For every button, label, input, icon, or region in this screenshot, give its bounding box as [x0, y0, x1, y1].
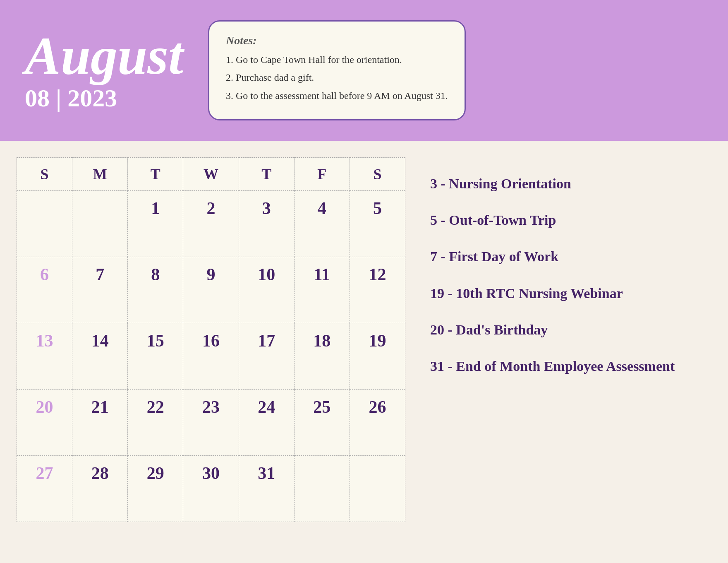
- col-fri: F: [294, 158, 350, 191]
- calendar-week-3: 20212223242526: [17, 390, 405, 456]
- note-item-3: 3. Go to the assessment hall before 9 AM…: [226, 89, 448, 103]
- col-thu: T: [239, 158, 294, 191]
- calendar-week-0: 12345: [17, 191, 405, 257]
- event-item-5: 31 - End of Month Employee Assessment: [430, 348, 687, 385]
- date-sub-label: 08 | 2023: [25, 84, 183, 113]
- event-item-2: 7 - First Day of Work: [430, 238, 687, 275]
- calendar-cell-w0d6: 5: [350, 191, 405, 257]
- calendar-wrapper: S M T W T F S 12345678910111213141516171…: [17, 157, 405, 546]
- calendar-cell-w1d6: 12: [350, 257, 405, 323]
- month-label: August: [25, 29, 183, 82]
- calendar-week-2: 13141516171819: [17, 323, 405, 390]
- col-tue: T: [128, 158, 183, 191]
- calendar-cell-w2d5: 18: [294, 323, 350, 390]
- calendar-cell-w1d5: 11: [294, 257, 350, 323]
- calendar-cell-w3d0: 20: [17, 390, 72, 456]
- page-header: August 08 | 2023 Notes: 1. Go to Cape To…: [0, 0, 728, 141]
- calendar-cell-w4d6: [350, 456, 405, 522]
- calendar-table: S M T W T F S 12345678910111213141516171…: [17, 157, 405, 522]
- calendar-cell-w1d1: 7: [72, 257, 128, 323]
- calendar-cell-w3d3: 23: [183, 390, 239, 456]
- events-sidebar: 3 - Nursing Orientation 5 - Out-of-Town …: [405, 157, 711, 546]
- calendar-week-1: 6789101112: [17, 257, 405, 323]
- event-item-1: 5 - Out-of-Town Trip: [430, 202, 687, 238]
- main-content: S M T W T F S 12345678910111213141516171…: [0, 141, 728, 563]
- calendar-cell-w0d1: [72, 191, 128, 257]
- event-item-4: 20 - Dad's Birthday: [430, 312, 687, 348]
- calendar-cell-w0d3: 2: [183, 191, 239, 257]
- calendar-cell-w2d4: 17: [239, 323, 294, 390]
- col-mon: M: [72, 158, 128, 191]
- notes-list: 1. Go to Cape Town Hall for the orientat…: [226, 53, 448, 103]
- col-sat: S: [350, 158, 405, 191]
- calendar-cell-w0d5: 4: [294, 191, 350, 257]
- calendar-cell-w2d3: 16: [183, 323, 239, 390]
- calendar-cell-w1d0: 6: [17, 257, 72, 323]
- calendar-cell-w1d3: 9: [183, 257, 239, 323]
- calendar-cell-w3d2: 22: [128, 390, 183, 456]
- calendar-cell-w1d2: 8: [128, 257, 183, 323]
- calendar-cell-w3d1: 21: [72, 390, 128, 456]
- calendar-cell-w4d2: 29: [128, 456, 183, 522]
- calendar-cell-w2d1: 14: [72, 323, 128, 390]
- note-item-1: 1. Go to Cape Town Hall for the orientat…: [226, 53, 448, 67]
- calendar-cell-w3d4: 24: [239, 390, 294, 456]
- col-sun: S: [17, 158, 72, 191]
- calendar-cell-w0d2: 1: [128, 191, 183, 257]
- calendar-cell-w4d1: 28: [72, 456, 128, 522]
- event-item-3: 19 - 10th RTC Nursing Webinar: [430, 275, 687, 312]
- calendar-cell-w2d6: 19: [350, 323, 405, 390]
- note-item-2: 2. Purchase dad a gift.: [226, 71, 448, 85]
- notes-label: Notes:: [226, 34, 448, 47]
- calendar-cell-w4d3: 30: [183, 456, 239, 522]
- notes-box: Notes: 1. Go to Cape Town Hall for the o…: [208, 20, 466, 121]
- calendar-cell-w4d0: 27: [17, 456, 72, 522]
- calendar-header-row: S M T W T F S: [17, 158, 405, 191]
- calendar-cell-w4d5: [294, 456, 350, 522]
- calendar-cell-w3d5: 25: [294, 390, 350, 456]
- event-item-0: 3 - Nursing Orientation: [430, 166, 687, 202]
- calendar-body: 1234567891011121314151617181920212223242…: [17, 191, 405, 522]
- calendar-week-4: 2728293031: [17, 456, 405, 522]
- calendar-cell-w0d4: 3: [239, 191, 294, 257]
- col-wed: W: [183, 158, 239, 191]
- calendar-cell-w1d4: 10: [239, 257, 294, 323]
- calendar-cell-w4d4: 31: [239, 456, 294, 522]
- header-title-block: August 08 | 2023: [25, 29, 183, 113]
- calendar-cell-w0d0: [17, 191, 72, 257]
- calendar-cell-w2d0: 13: [17, 323, 72, 390]
- calendar-cell-w3d6: 26: [350, 390, 405, 456]
- calendar-cell-w2d2: 15: [128, 323, 183, 390]
